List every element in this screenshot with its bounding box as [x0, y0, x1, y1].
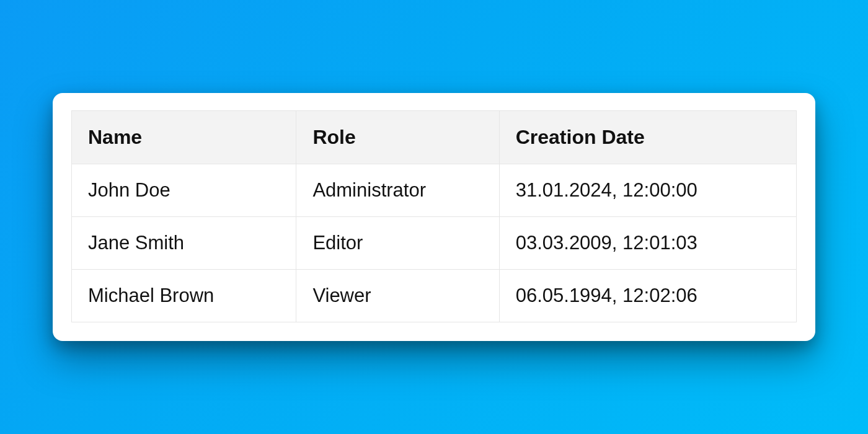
cell-creation-date: 03.03.2009, 12:01:03: [499, 217, 796, 270]
table-header-row: Name Role Creation Date: [72, 111, 797, 164]
users-table: Name Role Creation Date John Doe Adminis…: [71, 110, 797, 322]
cell-creation-date: 06.05.1994, 12:02:06: [499, 270, 796, 322]
header-role: Role: [296, 111, 499, 164]
header-creation-date: Creation Date: [499, 111, 796, 164]
cell-role: Viewer: [296, 270, 499, 322]
table-row: John Doe Administrator 31.01.2024, 12:00…: [72, 164, 797, 217]
cell-name: John Doe: [72, 164, 296, 217]
cell-role: Editor: [296, 217, 499, 270]
cell-name: Jane Smith: [72, 217, 296, 270]
table-row: Michael Brown Viewer 06.05.1994, 12:02:0…: [72, 270, 797, 322]
table-card: Name Role Creation Date John Doe Adminis…: [53, 93, 815, 341]
cell-role: Administrator: [296, 164, 499, 217]
table-row: Jane Smith Editor 03.03.2009, 12:01:03: [72, 217, 797, 270]
cell-creation-date: 31.01.2024, 12:00:00: [499, 164, 796, 217]
cell-name: Michael Brown: [72, 270, 296, 322]
header-name: Name: [72, 111, 296, 164]
